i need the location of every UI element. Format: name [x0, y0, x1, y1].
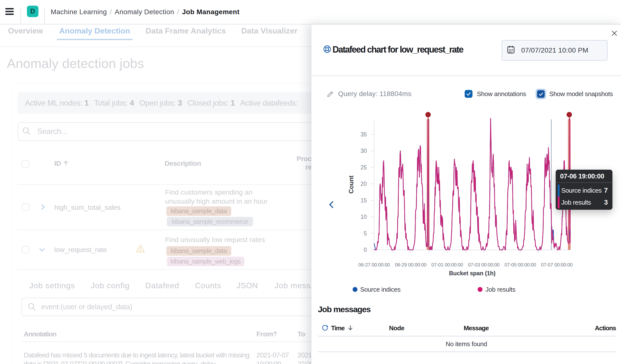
svg-text:10: 10 — [361, 214, 367, 220]
svg-text:35: 35 — [361, 131, 367, 138]
svg-text:0: 0 — [363, 247, 367, 253]
svg-text:07-05 00:00:00: 07-05 00:00:00 — [504, 262, 536, 267]
svg-text:30: 30 — [361, 148, 367, 154]
svg-text:07-03 00:00:00: 07-03 00:00:00 — [468, 262, 500, 267]
svg-text:06-29 00:00:00: 06-29 00:00:00 — [395, 262, 427, 267]
svg-text:06-27 00:00:00: 06-27 00:00:00 — [359, 262, 390, 267]
svg-text:Bucket span (1h): Bucket span (1h) — [449, 270, 496, 277]
svg-text:15: 15 — [361, 197, 367, 204]
svg-text:Count: Count — [347, 175, 355, 194]
svg-text:25: 25 — [361, 164, 367, 171]
svg-text:07-01 00:00:00: 07-01 00:00:00 — [431, 262, 463, 267]
svg-text:5: 5 — [363, 230, 367, 237]
svg-text:07-07 00:00:00: 07-07 00:00:00 — [541, 262, 572, 267]
svg-text:20: 20 — [361, 181, 367, 187]
